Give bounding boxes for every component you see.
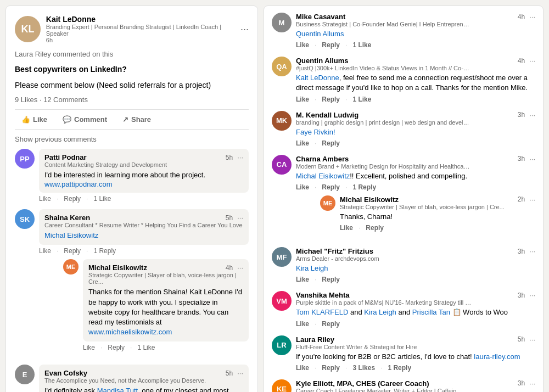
rcomment-michal2: ME Michal Eisikowitz Strategic Copywrite… xyxy=(320,195,535,232)
avatar-evan: E xyxy=(15,365,35,384)
rcomment-michael-fritz-dots[interactable]: ··· xyxy=(529,247,535,255)
comment-michal-role: Strategic Copywriter | Slayer of blah, v… xyxy=(88,272,243,285)
show-previous-comments[interactable]: Show previous comments xyxy=(15,135,249,143)
rcomment-vanshika-body: Vanshika Mehta Purple skittle in a pack … xyxy=(296,291,535,327)
share-button[interactable]: ↗ Share xyxy=(116,112,158,127)
quentin-like-action[interactable]: Like xyxy=(296,96,309,103)
shaina-like-action[interactable]: Like xyxy=(39,247,51,255)
rcomment-kyle-info: Kyle Elliott, MPA, CHES (Career Coach) C… xyxy=(296,379,462,392)
comment-button[interactable]: 💬 Comment xyxy=(56,112,114,127)
michal-reply-action[interactable]: Reply xyxy=(108,344,125,351)
fritz-reply-action[interactable]: Reply xyxy=(322,276,340,283)
charna-replies-count: 1 Reply xyxy=(352,183,376,191)
rcomment-quentin-time: 4h xyxy=(518,57,525,65)
comment-patti-meta: Like · Reply · 1 Like xyxy=(39,195,249,203)
patti-reply-action[interactable]: Reply xyxy=(64,195,81,203)
vanshika-mention2[interactable]: Kira Leigh xyxy=(364,308,396,316)
charna-like-action[interactable]: Like xyxy=(296,183,309,191)
comment-patti-dots[interactable]: ··· xyxy=(237,153,243,161)
rcomment-quentin-title: #justQ |300k+ LinkedIn Video & Status Vi… xyxy=(296,65,472,71)
quentin-mention[interactable]: Kait LeDonne xyxy=(296,74,339,82)
rcomment-charna-time: 3h xyxy=(518,155,525,163)
rcomment-michael-fritz-time: 3h xyxy=(518,248,525,255)
rcomment-michael-fritz-header: Michael "Fritz" Fritzius Arms Dealer - a… xyxy=(296,247,535,262)
rcomment-charna-title: Modern Brand + Marketing Design for Hosp… xyxy=(296,163,472,170)
rcomment-kendall-dots[interactable]: ··· xyxy=(529,111,535,119)
comment-patti-link[interactable]: www.pattipodnar.com xyxy=(44,180,243,188)
comment-evan-bubble: Evan Cofsky 5h ··· The Accomplice you Ne… xyxy=(39,365,249,392)
rcomment-mike-time: 4h xyxy=(518,13,525,21)
rcomment-mike-dots[interactable]: ··· xyxy=(529,13,535,21)
comment-evan-header: Evan Cofsky 5h ··· xyxy=(44,369,243,377)
share-icon: ↗ xyxy=(122,115,128,124)
quentin-reply-action[interactable]: Reply xyxy=(322,96,340,103)
rcomment-kendall-text: Faye Rivkin! xyxy=(296,127,535,137)
rcomment-kendall-actions: Like · Reply xyxy=(296,139,535,147)
fritz-like-action[interactable]: Like xyxy=(296,276,309,283)
rcomment-kyle-body: Kyle Elliott, MPA, CHES (Career Coach) C… xyxy=(296,379,535,392)
rcomment-quentin-dots[interactable]: ··· xyxy=(529,57,535,65)
poster-avatar: KL xyxy=(15,16,41,42)
comment-michal-reply: ME Michal Eisikowitz 4h ··· Strategic Co… xyxy=(63,259,249,351)
michal-like-action[interactable]: Like xyxy=(83,344,95,351)
michal-link[interactable]: www.michaelisikowitz.com xyxy=(88,328,172,336)
mike-mention[interactable]: Quentin Allums xyxy=(296,30,344,38)
rcomment-kendall-info: M. Kendall Ludwig branding | graphic des… xyxy=(296,111,472,126)
rcomment-charna-info: Charna Ambers Modern Brand + Marketing D… xyxy=(296,155,472,170)
patti-like-action[interactable]: Like xyxy=(39,195,51,203)
vanshika-mention3[interactable]: Priscilla Tan xyxy=(412,308,450,316)
rcomment-kyle-dots[interactable]: ··· xyxy=(529,379,535,388)
rcomment-kyle: KE Kyle Elliott, MPA, CHES (Career Coach… xyxy=(272,379,535,392)
comment-shaina-dots[interactable]: ··· xyxy=(237,214,243,222)
rcomment-charna-dots[interactable]: ··· xyxy=(529,155,535,163)
rcomment-vanshika-dots[interactable]: ··· xyxy=(529,291,535,299)
avatar-shaina: SK xyxy=(15,209,35,229)
post-stats: 9 Likes · 12 Comments xyxy=(15,96,249,104)
laura-like-action[interactable]: Like xyxy=(296,364,309,372)
rcomment-michal2-body: Michal Eisikowitz Strategic Copywriter |… xyxy=(340,195,535,232)
michal-likes-count: 1 Like xyxy=(137,344,155,351)
comment-evan-dots[interactable]: ··· xyxy=(237,369,243,377)
laura-likes-count: 3 Likes xyxy=(352,364,375,372)
laura-link[interactable]: laura-riley.com xyxy=(474,352,520,361)
mike-like-action[interactable]: Like xyxy=(296,41,309,49)
laura-reply-action[interactable]: Reply xyxy=(322,364,340,372)
kendall-mention[interactable]: Faye Rivkin! xyxy=(296,128,335,136)
rcomment-mike-info: Mike Casavant Business Strategist | Co-F… xyxy=(296,13,472,27)
kendall-like-action[interactable]: Like xyxy=(296,139,309,147)
post-header-left: KL Kait LeDonne Branding Expert | Person… xyxy=(15,15,240,43)
evan-mention[interactable]: Mandisa Tutt xyxy=(97,387,138,392)
comment-evan-role: The Accomplice you Need, not the Accompl… xyxy=(44,377,243,384)
vanshika-reply-action[interactable]: Reply xyxy=(322,320,340,328)
mike-reply-action[interactable]: Reply xyxy=(322,41,340,49)
michal2-reply-action[interactable]: Reply xyxy=(366,224,384,232)
rcomment-kendall-time: 3h xyxy=(518,111,525,119)
rcomment-laura: LR Laura Riley Fluff-Free Content Writer… xyxy=(272,335,535,372)
poster-name: Kait LeDonne xyxy=(46,15,240,24)
avatar-michael-fritz-r: MF xyxy=(272,247,292,267)
rcomment-michal2-dots[interactable]: ··· xyxy=(529,195,535,204)
comment-shaina-role: Career Consultant * Resume Writer * Help… xyxy=(44,222,243,228)
share-label: Share xyxy=(131,115,151,124)
vanshika-mention1[interactable]: Tom KLARFELD xyxy=(296,308,348,316)
comment-patti-bubble: Patti Podnar 5h ··· Content Marketing St… xyxy=(39,149,249,193)
kendall-reply-action[interactable]: Reply xyxy=(322,139,340,147)
rcomment-mike: M Mike Casavant Business Strategist | Co… xyxy=(272,13,535,49)
rcomment-laura-dots[interactable]: ··· xyxy=(529,335,535,344)
michal2-like-action[interactable]: Like xyxy=(340,224,353,232)
vanshika-like-action[interactable]: Like xyxy=(296,320,309,328)
comment-michal-bubble: Michal Eisikowitz 4h ··· Strategic Copyw… xyxy=(83,259,249,341)
post-more-button[interactable]: ··· xyxy=(240,24,249,35)
shaina-mention[interactable]: Michal Eisikowitz xyxy=(44,231,98,239)
fritz-mention[interactable]: Kira Leigh xyxy=(296,264,328,272)
charna-mention[interactable]: Michal Eisikowitz xyxy=(296,172,350,180)
rcomment-michael-fritz-name: Michael "Fritz" Fritzius xyxy=(296,247,379,255)
rcomment-charna-body: Charna Ambers Modern Brand + Marketing D… xyxy=(296,155,535,239)
like-button[interactable]: 👍 Like xyxy=(15,112,54,127)
charna-reply-action[interactable]: Reply xyxy=(322,183,340,191)
rcomment-charna-header: Charna Ambers Modern Brand + Marketing D… xyxy=(296,155,535,170)
comment-michal-dots[interactable]: ··· xyxy=(237,264,243,272)
rcomment-michael-fritz: MF Michael "Fritz" Fritzius Arms Dealer … xyxy=(272,247,535,283)
shaina-reply-action[interactable]: Reply xyxy=(64,247,81,255)
avatar-kyle-r: KE xyxy=(272,379,292,392)
